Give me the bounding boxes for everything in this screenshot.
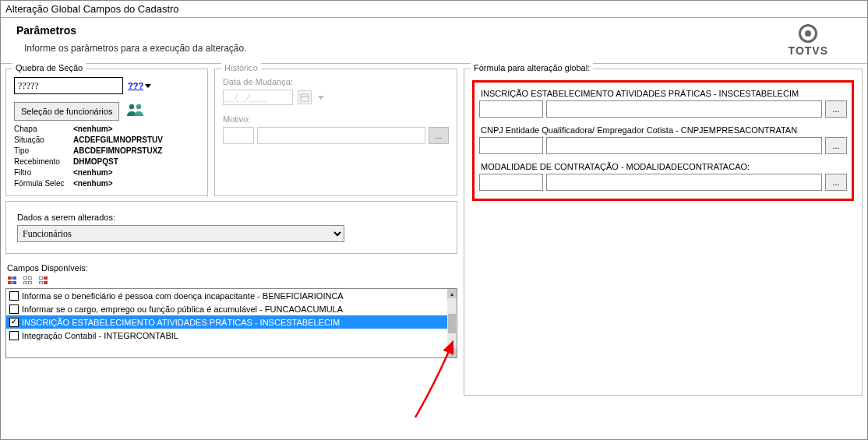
scroll-up-icon[interactable]: ▴ — [447, 289, 457, 298]
brand-logo-text: TOTVS — [789, 44, 828, 57]
filter-value-recebimento: DHMOPQST — [73, 157, 118, 167]
campos-listbox[interactable]: Informa se o beneficiário é pessoa com d… — [5, 288, 457, 358]
group-formula-alteracao: Fórmula para alteração global: INSCRIÇÃO… — [464, 69, 863, 396]
checkbox-icon[interactable] — [9, 304, 19, 314]
checkbox-icon[interactable] — [9, 291, 19, 301]
filters-summary: Chapa<nenhum> SituaçãoACDEFGILMNOPRSTUV … — [14, 124, 199, 189]
group-dados-alterados: Dados a serem alterados: Funcionários — [5, 201, 457, 254]
chevron-down-icon[interactable] — [318, 96, 324, 100]
list-item-label: Integração Contabil - INTEGRCONTABIL — [22, 331, 178, 340]
formula-field-label: CNPJ Entidade Qualificadora/ Empregador … — [479, 125, 847, 137]
select-invert-icon[interactable] — [38, 276, 49, 285]
window-title: Alteração Global Campos do Cadastro — [1, 1, 867, 18]
list-item[interactable]: INSCRIÇÃO ESTABELECIMENTO ATIVIDADES PRÁ… — [6, 315, 447, 329]
filter-label-chapa: Chapa — [14, 124, 69, 135]
list-item[interactable]: Informar se o cargo, emprego ou função p… — [6, 302, 447, 315]
list-item[interactable]: Informa se o beneficiário é pessoa com d… — [6, 289, 447, 302]
formula-field-label: INSCRIÇÃO ESTABELECIMENTO ATIVIDADES PRÁ… — [479, 89, 847, 100]
formula-desc-input[interactable] — [546, 137, 822, 154]
quebra-help-text: ??? — [128, 81, 143, 90]
filter-label-filtro: Filtro — [14, 167, 69, 178]
motivo-desc-input[interactable] — [257, 127, 425, 144]
group-quebra-secao: Quebra de Seção ??? Seleção de funcionár… — [5, 69, 208, 196]
page-title: Parâmetros — [16, 24, 247, 37]
scroll-thumb[interactable] — [448, 314, 456, 333]
people-icon[interactable] — [125, 103, 146, 121]
quebra-help-link[interactable]: ??? — [128, 81, 151, 90]
list-item-label: INSCRIÇÃO ESTABELECIMENTO ATIVIDADES PRÁ… — [22, 318, 340, 327]
group-formula-label: Fórmula para alteração global: — [471, 63, 593, 72]
dados-select[interactable]: Funcionários — [17, 225, 344, 242]
group-historico-label: Histórico — [221, 63, 261, 72]
calendar-icon[interactable] — [298, 90, 312, 104]
dados-label: Dados a serem alterados: — [17, 213, 446, 222]
filter-value-tipo: ABCDEFIMNOPRSTUXZ — [73, 146, 162, 157]
filter-value-chapa: <nenhum> — [73, 124, 113, 135]
motivo-browse-button[interactable]: ... — [429, 127, 449, 144]
motivo-label: Motivo: — [223, 114, 449, 124]
svg-point-0 — [129, 104, 134, 108]
checkbox-icon[interactable] — [9, 318, 19, 327]
filter-label-formula: Fórmula Selec — [14, 178, 69, 189]
data-mudanca-input[interactable]: __/__/____ — [223, 90, 293, 105]
formula-browse-button[interactable]: ... — [825, 137, 847, 154]
formula-field-label: MODALIDADE DE CONTRATAÇÃO - MODALIDADECO… — [479, 162, 847, 174]
group-quebra-label: Quebra de Seção — [12, 63, 86, 72]
brand-logo: TOTVS — [789, 24, 852, 57]
select-all-icon[interactable] — [7, 276, 18, 285]
formula-code-input[interactable] — [479, 137, 543, 154]
scroll-down-icon[interactable]: ▾ — [447, 348, 457, 357]
formula-desc-input[interactable] — [546, 174, 822, 191]
svg-rect-2 — [301, 94, 309, 101]
brand-logo-icon — [799, 24, 817, 43]
svg-point-1 — [136, 104, 141, 108]
formula-browse-button[interactable]: ... — [825, 100, 847, 118]
data-mudanca-label: Data de Mudança: — [223, 77, 449, 86]
campos-label: Campos Disponíveis: — [5, 262, 457, 276]
formula-code-input[interactable] — [479, 174, 543, 191]
formula-browse-button[interactable]: ... — [825, 174, 847, 191]
filter-value-situacao: ACDEFGILMNOPRSTUV — [73, 135, 163, 146]
motivo-code-input[interactable] — [223, 127, 254, 144]
group-historico: Histórico Data de Mudança: __/__/____ Mo… — [214, 69, 457, 196]
filter-label-situacao: Situação — [14, 135, 69, 146]
filter-value-filtro: <nenhum> — [73, 167, 113, 178]
filter-label-recebimento: Recebimento — [14, 157, 69, 167]
header: Parâmetros Informe os parâmetros para a … — [1, 18, 867, 64]
scrollbar-vertical[interactable]: ▴ ▾ — [447, 289, 457, 357]
list-item-label: Informa se o beneficiário é pessoa com d… — [22, 291, 344, 301]
list-item[interactable]: Integração Contabil - INTEGRCONTABIL — [6, 329, 447, 342]
list-item-label: Informar se o cargo, emprego ou função p… — [22, 304, 343, 314]
filter-value-formula: <nenhum> — [73, 178, 113, 189]
filter-label-tipo: Tipo — [14, 146, 69, 157]
select-none-icon[interactable] — [23, 276, 34, 285]
checkbox-icon[interactable] — [9, 331, 19, 340]
page-subtitle: Informe os parâmetros para a execução da… — [16, 43, 247, 54]
selecao-funcionarios-button[interactable]: Seleção de funcionários — [14, 102, 119, 121]
quebra-input[interactable] — [14, 77, 123, 94]
annotation-highlight-box: INSCRIÇÃO ESTABELECIMENTO ATIVIDADES PRÁ… — [472, 80, 854, 201]
formula-desc-input[interactable] — [546, 100, 822, 118]
chevron-down-icon — [145, 84, 151, 88]
group-campos-disponiveis: Campos Disponíveis: Informa se o benefic… — [5, 262, 457, 358]
formula-code-input[interactable] — [479, 100, 543, 118]
